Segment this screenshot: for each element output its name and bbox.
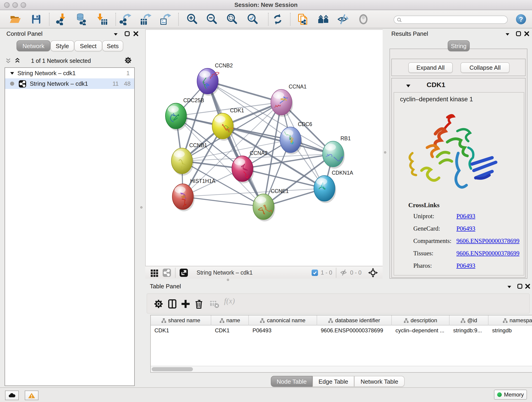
network-status-dot-icon [10,82,14,86]
table-cell[interactable]: 9606.ENSP00000378699 [317,325,392,336]
tab-edge-table[interactable]: Edge Table [312,376,354,387]
table-cell[interactable]: stringdb [488,325,532,336]
pan-crosshair-icon[interactable] [368,268,378,278]
warnings-button[interactable] [25,390,38,400]
import-network-from-database-icon[interactable] [76,13,88,25]
export-network-icon[interactable] [120,13,132,25]
collection-expander-icon[interactable] [10,70,15,76]
network-options-gear-icon[interactable] [124,56,132,64]
table-cell[interactable]: stringdb:9... [450,325,488,336]
tab-string[interactable]: String [448,40,470,51]
network-edge[interactable] [208,81,264,207]
zoom-selected-icon[interactable] [247,13,259,25]
horizontal-splitter-handle[interactable] [227,279,229,281]
save-session-icon[interactable] [30,13,42,25]
network-node-cdc25b[interactable]: CDC25B [165,97,204,131]
column-header-description[interactable]: description [392,315,450,325]
export-image-icon[interactable] [159,13,171,25]
column-header-shared-name[interactable]: shared name [151,315,211,325]
close-panel-icon[interactable] [524,31,530,37]
search-field[interactable] [394,16,508,24]
selected-checkbox-icon[interactable] [312,269,318,276]
help-icon[interactable]: ? [515,14,526,25]
tab-select[interactable]: Select [74,40,102,51]
close-panel-icon[interactable] [133,31,139,37]
column-header-canonical-name[interactable]: canonical name [249,315,317,325]
network-canvas[interactable]: CCNB2CCNA1CDC25BCDK1CDC6RB1CCNB1CCNA2CDK… [145,29,383,266]
table-cell[interactable]: CDK1 [151,325,211,336]
node-label: CCNA2 [250,150,268,156]
zoom-in-icon[interactable] [186,13,198,25]
open-file-icon[interactable] [9,13,21,25]
zoom-out-icon[interactable] [206,13,218,25]
column-header-label: canonical name [267,317,305,324]
results-panel: Results Panel String Expand All Collapse… [388,29,532,281]
import-network-icon[interactable] [56,13,68,25]
float-panel-icon[interactable] [515,31,521,37]
network-node-cdkn1a[interactable]: CDKN1A [314,170,353,203]
detach-view-icon[interactable] [179,268,188,277]
crosslink-link[interactable]: P06493 [456,262,475,269]
expand-all-button[interactable]: Expand All [408,62,453,73]
vertical-splitter-handle[interactable] [384,151,386,153]
table-settings-gear-icon[interactable] [153,299,164,309]
column-header-name[interactable]: name [211,315,249,325]
network-edge[interactable] [183,197,264,207]
import-table-icon[interactable] [96,13,108,25]
search-input[interactable] [402,17,507,22]
float-panel-icon[interactable] [124,31,130,37]
network-collection-row[interactable]: String Network – cdk1 1 [5,68,134,78]
section-expander-icon[interactable] [405,83,411,89]
memory-button[interactable]: Memory [494,390,527,400]
show-all-icon[interactable] [357,13,369,25]
panel-menu-icon[interactable] [505,31,510,37]
network-row[interactable]: String Network – cdk1 11 48 [5,78,134,89]
crosslink-link[interactable]: P06493 [456,225,475,232]
vertical-splitter-handle[interactable] [140,206,143,209]
tab-network-table[interactable]: Network Table [354,376,405,387]
network-edge[interactable] [242,169,324,188]
tab-style[interactable]: Style [51,40,74,51]
network-node-rb1[interactable]: RB1 [323,135,351,169]
zoom-fit-icon[interactable] [226,13,238,25]
close-panel-icon[interactable] [525,283,531,289]
panel-menu-icon[interactable] [113,31,119,37]
crosslink-row: Uniprot:P06493 [394,211,525,223]
collection-name: String Network – cdk1 [17,70,76,77]
refresh-layout-icon[interactable] [272,13,284,25]
crosslink-link[interactable]: 9606.ENSP00000378699 [456,250,519,257]
string-network-badge-icon[interactable] [162,268,171,277]
network-node-hist1h1a[interactable]: HIST1H1A [172,178,215,211]
delete-column-icon[interactable] [194,299,204,309]
table-horizontal-scrollbar[interactable] [151,366,532,372]
network-node-ccna1[interactable]: CCNA1 [271,84,307,117]
hidden-eye-icon [340,269,348,276]
float-panel-icon[interactable] [517,283,523,289]
clone-network-icon[interactable] [297,13,309,25]
network-node-ccnb2[interactable]: CCNB2 [197,63,233,96]
scrollbar-thumb[interactable] [152,367,193,371]
tab-sets[interactable]: Sets [102,40,123,51]
hide-selected-icon[interactable] [337,13,349,25]
crosslink-link[interactable]: P06493 [456,213,475,220]
birdseye-grid-icon[interactable] [150,268,159,277]
export-table-icon[interactable] [140,13,152,25]
table-cell[interactable]: P06493 [249,325,317,336]
network-node-ccne1[interactable]: CCNE1 [253,188,289,221]
table-cell[interactable]: CDK1 [211,325,249,336]
add-column-icon[interactable] [181,299,191,309]
crosslink-link[interactable]: 9606.ENSP00000378699 [456,237,519,245]
cloud-status-button[interactable] [5,390,19,400]
column-header-namespace[interactable]: namespace [488,315,532,325]
collapse-all-button[interactable]: Collapse All [461,62,510,73]
column-header-at-id[interactable]: @id [450,315,488,325]
tab-network[interactable]: Network [17,40,51,51]
show-columns-icon[interactable] [167,299,177,309]
column-header-database-identifier[interactable]: database identifier [317,315,392,325]
table-cell[interactable]: cyclin–dependent ... [392,325,450,336]
first-neighbors-icon[interactable] [317,13,329,25]
tab-node-table[interactable]: Node Table [271,376,312,387]
panel-menu-icon[interactable] [506,284,512,290]
network-node-ccnb1[interactable]: CCNB1 [171,142,207,176]
table-row[interactable]: CDK1CDK1P064939606.ENSP00000378699cyclin… [151,325,532,336]
